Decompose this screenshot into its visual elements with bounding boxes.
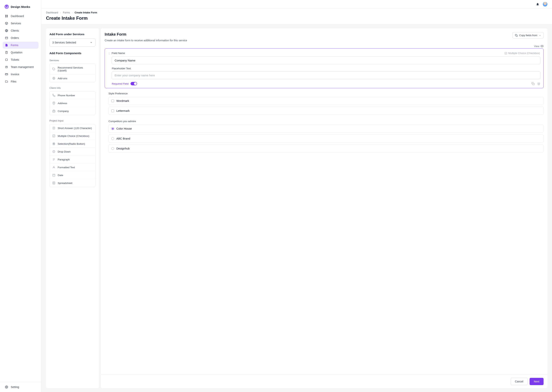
file-icon bbox=[5, 44, 8, 47]
eye-icon bbox=[540, 45, 544, 48]
sidebar-item-label: Services bbox=[11, 22, 21, 25]
page-title: Create Intake Form bbox=[46, 15, 547, 21]
sidebar-item-quotation[interactable]: Quotation bbox=[3, 49, 38, 56]
component-item[interactable]: Spreadsheet bbox=[50, 179, 95, 187]
date-icon bbox=[52, 174, 55, 177]
breadcrumb-current: Create Intake Form bbox=[74, 11, 97, 14]
pin-icon bbox=[52, 102, 55, 105]
sidebar-item-orders[interactable]: Orders bbox=[3, 35, 38, 41]
component-item-label: Selection(Radio Button) bbox=[58, 142, 85, 145]
svg-point-23 bbox=[53, 103, 54, 103]
field-name-input[interactable] bbox=[112, 56, 540, 64]
option-label: Wordmark bbox=[116, 99, 129, 102]
sidebar-item-services[interactable]: Services bbox=[3, 20, 38, 27]
component-item[interactable]: Short Answer (120 Character) bbox=[50, 124, 95, 132]
sidebar-item-invoice[interactable]: Invoice bbox=[3, 71, 38, 78]
copy-fields-button[interactable]: Copy fields from bbox=[513, 32, 544, 38]
field-name-label: Field Name bbox=[112, 52, 125, 55]
svg-rect-41 bbox=[516, 35, 517, 36]
footer-actions: Cancel Next bbox=[101, 375, 547, 388]
sidebar-item-label: Team management bbox=[11, 65, 34, 69]
copy-icon bbox=[515, 34, 518, 37]
option-row[interactable]: Wordmark bbox=[109, 97, 544, 105]
component-item[interactable]: Phone Number bbox=[50, 91, 95, 99]
component-group-label: Client Info bbox=[50, 86, 95, 89]
phone-icon bbox=[52, 94, 55, 97]
svg-point-42 bbox=[542, 46, 542, 47]
component-item[interactable]: Paragraph bbox=[50, 155, 95, 163]
component-item[interactable]: Selection(Radio Button) bbox=[50, 140, 95, 147]
dashboard-icon bbox=[5, 14, 8, 18]
component-item[interactable]: Address bbox=[50, 99, 95, 107]
option-row[interactable]: Designhub bbox=[109, 145, 544, 153]
sidebar-item-files[interactable]: Files bbox=[3, 78, 38, 85]
option-row[interactable]: ABC Brand bbox=[109, 134, 544, 143]
short-icon bbox=[52, 126, 55, 130]
next-button[interactable]: Next bbox=[530, 378, 544, 385]
component-item[interactable]: Multiple Choice (Checkbox) bbox=[50, 132, 95, 140]
sheet-icon bbox=[52, 182, 55, 184]
checkbox-icon bbox=[52, 134, 55, 137]
checkbox-icon bbox=[504, 52, 507, 55]
sidebar-item-dashboard[interactable]: Dashboard bbox=[3, 13, 38, 20]
required-toggle[interactable] bbox=[131, 82, 137, 85]
sidebar-item-setting[interactable]: Setting bbox=[3, 384, 38, 391]
preview-field-label: Style Preference bbox=[109, 92, 544, 95]
option-row[interactable]: Lettermark bbox=[109, 107, 544, 115]
sidebar-item-tickets[interactable]: Tickets bbox=[3, 56, 38, 63]
component-item[interactable]: Recommend Services (Upsell) bbox=[50, 64, 95, 74]
team-icon bbox=[5, 65, 8, 69]
component-item-label: Company bbox=[58, 110, 69, 112]
required-label: Required Field bbox=[112, 82, 129, 85]
component-group-label: Project Input bbox=[50, 119, 95, 122]
sidebar-item-clients[interactable]: Clients bbox=[3, 27, 38, 34]
component-item-label: Paragraph bbox=[58, 158, 70, 161]
view-toggle[interactable]: View bbox=[105, 45, 544, 48]
bell-icon[interactable] bbox=[536, 2, 539, 6]
avatar[interactable] bbox=[543, 2, 547, 7]
services-select[interactable]: 3 Services Selected bbox=[50, 38, 95, 47]
component-item[interactable]: Formatted Text bbox=[50, 163, 95, 171]
brand: Design Monks bbox=[0, 0, 41, 11]
form-area: ⋮⋮ Field Name Multiple Choice (Checkbox)… bbox=[105, 49, 544, 375]
left-panel: Add Form under Services 3 Services Selec… bbox=[46, 28, 99, 388]
svg-rect-2 bbox=[5, 16, 6, 17]
ticket-icon bbox=[5, 58, 8, 61]
sidebar-item-forms[interactable]: Forms bbox=[3, 42, 38, 49]
component-item[interactable]: Drop Down bbox=[50, 147, 95, 155]
drag-handle-icon[interactable]: ⋮⋮ bbox=[108, 52, 113, 55]
intake-form-title: Intake Form bbox=[105, 32, 126, 36]
component-item[interactable]: Date bbox=[50, 171, 95, 179]
chevron-down-icon bbox=[90, 41, 93, 44]
gear-icon bbox=[5, 385, 8, 389]
svg-rect-44 bbox=[533, 83, 534, 85]
sidebar-item-label: Forms bbox=[11, 44, 18, 47]
sidebar-item-team-management[interactable]: Team management bbox=[3, 63, 38, 70]
cancel-button[interactable]: Cancel bbox=[511, 378, 528, 385]
svg-rect-7 bbox=[5, 37, 8, 39]
option-label: Designhub bbox=[116, 147, 130, 150]
component-item-label: Phone Number bbox=[58, 94, 75, 97]
chevron-right-icon: › bbox=[60, 11, 61, 14]
component-item[interactable]: Add-ons bbox=[50, 74, 95, 82]
sidebar-item-label: Clients bbox=[11, 29, 19, 32]
page-header: Dashboard › Forms › Create Intake Form C… bbox=[41, 8, 552, 25]
svg-point-30 bbox=[53, 143, 54, 144]
trash-icon[interactable] bbox=[537, 82, 540, 85]
breadcrumb-item[interactable]: Forms bbox=[63, 11, 70, 14]
duplicate-icon[interactable] bbox=[531, 82, 535, 85]
svg-rect-36 bbox=[53, 174, 55, 176]
placeholder-input[interactable] bbox=[112, 71, 540, 79]
view-label: View bbox=[534, 45, 539, 48]
chevron-right-icon: › bbox=[72, 11, 73, 14]
tag-icon bbox=[52, 68, 55, 71]
intake-form-subtitle: Create an intake form to receive additio… bbox=[105, 39, 544, 42]
option-row[interactable]: Color House bbox=[109, 125, 544, 133]
field-type-select[interactable]: Multiple Choice (Checkbox) bbox=[504, 52, 540, 55]
breadcrumb-item[interactable]: Dashboard bbox=[46, 11, 58, 14]
radio-icon bbox=[111, 137, 114, 140]
component-item-label: Formatted Text bbox=[58, 166, 75, 169]
component-item[interactable]: Company bbox=[50, 107, 95, 115]
component-item-label: Spreadsheet bbox=[58, 182, 73, 184]
checkbox-icon bbox=[111, 99, 114, 102]
